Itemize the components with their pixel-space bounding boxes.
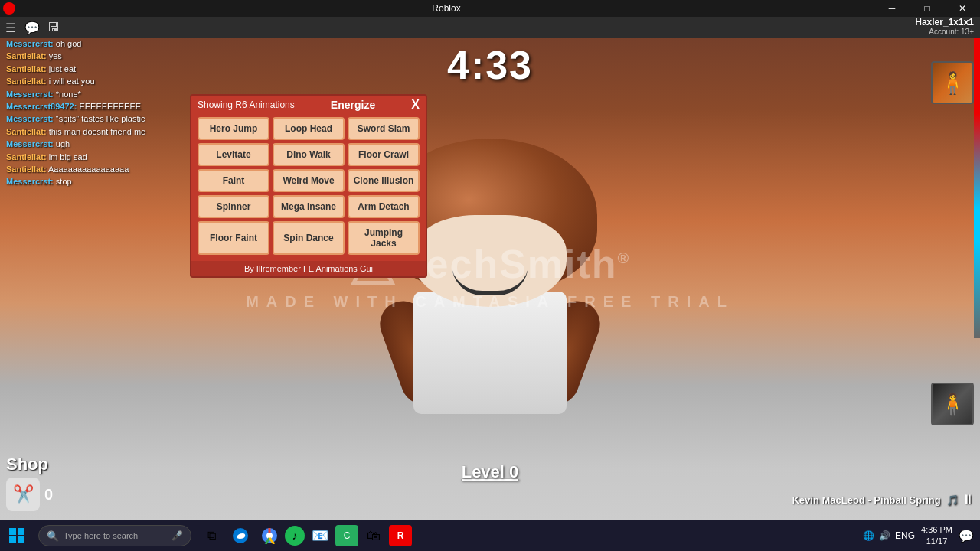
chat-panel: Messercrst: oh god Santiellat: yes Santi… (6, 38, 182, 189)
search-box[interactable]: 🔍 Type here to search 🎤 (38, 525, 191, 546)
anim-btn-loop-head[interactable]: Loop Head (273, 117, 345, 140)
volume-icon[interactable]: 🔊 (879, 530, 890, 541)
chat-message: Santiellat: yes (6, 51, 182, 62)
anim-active-label: Energize (331, 99, 375, 111)
network-icon[interactable]: 🌐 (863, 530, 874, 541)
anim-btn-dino-walk[interactable]: Dino Walk (273, 143, 345, 166)
player-info: Haxler_1x1x1 Account: 13+ (915, 17, 974, 36)
svg-rect-4 (9, 536, 16, 543)
close-button[interactable]: ✕ (945, 0, 980, 17)
chat-text: stop (56, 177, 72, 186)
chat-sender: Santiellat: (6, 165, 47, 174)
taskbar: 🔍 Type here to search 🎤 ⧉ ♪ 📧 C 🛍 R 🌐 🔊 (0, 520, 980, 551)
music-pause-icon: ⏸ (962, 493, 974, 506)
chat-sender: Santiellat: (6, 127, 47, 136)
char-torso (413, 292, 567, 414)
shop-icon[interactable]: ✂️ (6, 478, 40, 511)
color-accent-bar (974, 17, 980, 338)
chat-message: Messercrst: oh god (6, 38, 182, 50)
animations-panel: Showing R6 Animations Energize X Hero Ju… (190, 94, 427, 278)
avatar-thumb-2: 🧍 (931, 383, 974, 425)
chat-sender: Santiellat: (6, 64, 47, 73)
svg-rect-3 (18, 528, 24, 535)
chat-message: Messercrst: *none* (6, 89, 182, 100)
shop-icon-row: ✂️ 0 (6, 478, 53, 511)
anim-btn-arm-detach[interactable]: Arm Detach (348, 195, 420, 218)
chat-message: Santiellat: just eat (6, 64, 182, 75)
avatar-list: 🧍 🧍 (931, 61, 974, 425)
chat-text: i will eat you (49, 77, 95, 86)
anim-btn-levitate[interactable]: Levitate (198, 143, 270, 166)
taskbar-app-multitasking[interactable]: ⧉ (198, 522, 225, 549)
settings-icon[interactable]: 🖫 (43, 17, 64, 38)
chat-message: Santiellat: i will eat you (6, 76, 182, 87)
chat-text: "spits" tastes like plastic (56, 114, 145, 123)
title-bar: Roblox ─ □ ✕ (0, 0, 980, 17)
chat-sender: Messercrst: (6, 114, 54, 123)
taskbar-app-mail[interactable]: 📧 (306, 522, 334, 549)
robux-display: 0 (44, 486, 53, 504)
chat-sender: Messercrst: (6, 139, 54, 148)
taskbar-app-roblox[interactable]: R (389, 525, 412, 546)
music-icon: 🎵 (946, 494, 959, 506)
music-text: Kevin MacLeod - Pinball Spring (792, 494, 940, 506)
notification-icon[interactable]: 💬 (959, 529, 974, 543)
anim-showing-label: Showing R6 Animations (198, 99, 295, 110)
taskbar-app-chrome[interactable] (256, 522, 283, 549)
anim-btn-sword-slam[interactable]: Sword Slam (348, 117, 420, 140)
windows-icon (8, 527, 25, 544)
chat-message: Santiellat: im big sad (6, 152, 182, 163)
chat-message: Messercrst: stop (6, 176, 182, 187)
battery-icon[interactable]: ENG (895, 530, 915, 541)
taskbar-app-spotify[interactable]: ♪ (285, 526, 305, 546)
taskbar-app-camtasia[interactable]: C (335, 525, 358, 546)
anim-close-button[interactable]: X (411, 99, 420, 111)
chat-text: *none* (56, 90, 81, 99)
chat-message: Messercrst: ugh (6, 139, 182, 150)
clock[interactable]: 4:36 PM 11/17 (921, 524, 952, 548)
char-face (413, 215, 567, 307)
minimize-button[interactable]: ─ (874, 0, 910, 17)
chat-text: yes (49, 51, 62, 60)
menu-icon[interactable]: ☰ (0, 17, 21, 38)
anim-btn-jumping-jacks[interactable]: Jumping Jacks (348, 221, 420, 255)
start-button[interactable] (0, 520, 34, 551)
player-name: Haxler_1x1x1 (915, 17, 974, 28)
anim-btn-faint[interactable]: Faint (198, 169, 270, 192)
svg-point-8 (266, 533, 273, 539)
chat-icon[interactable]: 💬 (21, 17, 43, 38)
anim-header: Showing R6 Animations Energize X (191, 96, 426, 114)
music-label: Kevin MacLeod - Pinball Spring 🎵 ⏸ (792, 493, 974, 507)
level-display: Level 0 (462, 462, 519, 482)
taskbar-apps: ⧉ ♪ 📧 C 🛍 R (198, 522, 412, 549)
chat-sender: Santiellat: (6, 152, 47, 161)
chat-message: Santiellat: this man doesnt friend me (6, 126, 182, 138)
anim-btn-floor-crawl[interactable]: Floor Crawl (348, 143, 420, 166)
player-account: Account: 13+ (915, 28, 974, 36)
anim-btn-mega-insane[interactable]: Mega Insane (273, 195, 345, 218)
avatar-thumb-1: 🧍 (931, 61, 974, 104)
svg-rect-5 (18, 536, 24, 543)
clock-date: 11/17 (921, 536, 952, 547)
chat-sender: Messercrst: (6, 39, 54, 48)
clock-time: 4:36 PM (921, 524, 952, 536)
anim-btn-clone-illusion[interactable]: Clone Illusion (348, 169, 420, 192)
svg-rect-2 (9, 528, 16, 535)
game-timer: 4:33 (447, 42, 533, 88)
search-placeholder: Type here to search (64, 531, 138, 540)
chat-text: oh god (56, 39, 82, 48)
chat-sender: Messercrst89472: (6, 102, 77, 111)
anim-btn-spinner[interactable]: Spinner (198, 195, 270, 218)
anim-btn-hero-jump[interactable]: Hero Jump (198, 117, 270, 140)
taskbar-right: 🌐 🔊 ENG 4:36 PM 11/17 💬 (863, 524, 980, 548)
taskbar-app-store[interactable]: 🛍 (360, 522, 387, 549)
anim-btn-weird-move[interactable]: Weird Move (273, 169, 345, 192)
app-icon (3, 2, 15, 15)
anim-buttons-grid: Hero Jump Loop Head Sword Slam Levitate … (191, 114, 426, 261)
anim-btn-spin-dance[interactable]: Spin Dance (273, 221, 345, 255)
anim-btn-floor-faint[interactable]: Floor Faint (198, 221, 270, 255)
anim-footer: By Illremember FE Animations Gui (191, 261, 426, 276)
chat-text: Aaaaaaaaaaaaaaaaa (48, 165, 129, 174)
maximize-button[interactable]: □ (910, 0, 945, 17)
taskbar-app-edge[interactable] (227, 522, 254, 549)
